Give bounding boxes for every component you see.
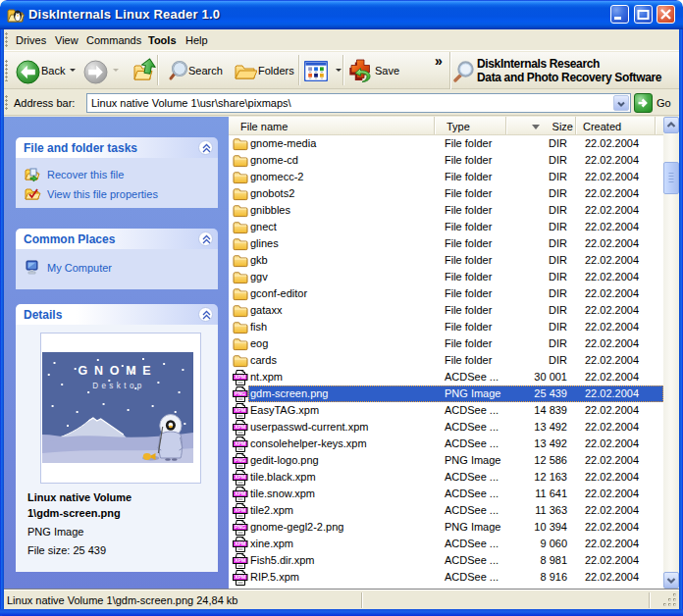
svg-text:PNG: PNG [235,524,245,530]
svg-text:XPM: XPM [235,507,245,513]
svg-text:XPM: XPM [235,490,245,496]
svg-text:XPM: XPM [235,557,245,563]
svg-text:PNG: PNG [235,390,245,396]
svg-text:XPM: XPM [235,374,245,380]
svg-text:XPM: XPM [235,474,245,480]
svg-text:Desktop: Desktop [92,381,145,390]
svg-text:XPM: XPM [235,407,245,413]
svg-text:XPM: XPM [235,424,245,430]
svg-text:XPM: XPM [235,574,245,580]
svg-text:XPM: XPM [235,540,245,546]
svg-text:GNOME: GNOME [79,363,158,378]
svg-text:XPM: XPM [235,440,245,446]
svg-text:PNG: PNG [235,457,245,463]
